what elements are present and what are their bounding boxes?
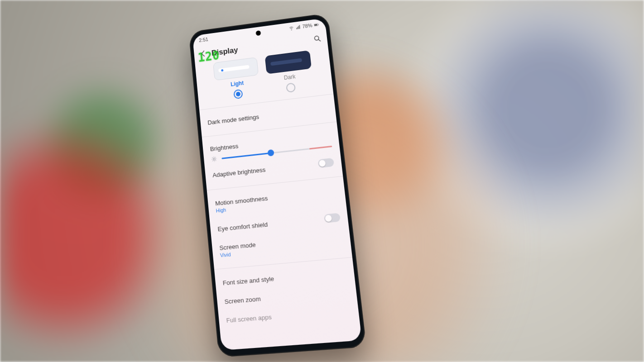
theme-option-dark[interactable]: Dark [265,50,314,95]
label-eye-comfort-shield: Eye comfort shield [217,221,268,233]
status-time: 2:51 [199,37,209,43]
search-icon [313,34,322,43]
toggle-adaptive-brightness[interactable] [317,158,334,168]
battery-text: 78% [302,23,312,29]
signal-icon [295,24,301,30]
fps-overlay: 120 [197,48,221,65]
theme-radio-dark[interactable] [286,82,296,93]
label-dark-mode-settings: Dark mode settings [207,113,260,126]
label-adaptive-brightness: Adaptive brightness [212,166,266,179]
sun-icon [211,156,217,163]
theme-label-dark: Dark [284,73,296,81]
theme-label-light: Light [231,80,244,87]
label-screen-zoom: Screen zoom [224,295,261,305]
svg-point-4 [213,158,215,160]
battery-icon [314,22,319,27]
theme-radio-light[interactable] [233,89,243,99]
search-button[interactable] [313,34,322,45]
toggle-eye-comfort-shield[interactable] [324,213,341,223]
label-font-size-style: Font size and style [222,275,274,287]
label-full-screen-apps: Full screen apps [226,313,272,324]
wifi-icon [288,25,294,31]
brightness-thumb[interactable] [267,149,274,157]
svg-rect-1 [314,24,317,26]
item-dark-mode-settings[interactable]: Dark mode settings [200,99,336,132]
theme-option-light[interactable]: Light [213,57,261,101]
